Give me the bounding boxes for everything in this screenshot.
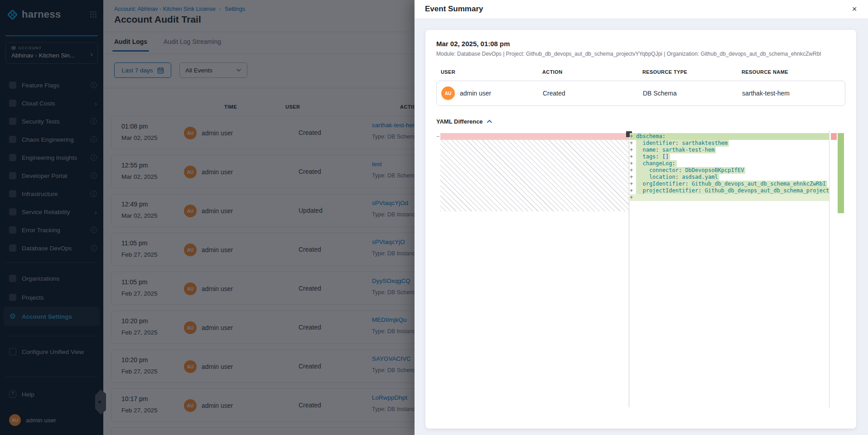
yaml-value: [] <box>659 153 669 160</box>
diff-added-gutter: + <box>630 181 636 187</box>
diff-line: + orgIdentifier: Github_db_devops_aut_db… <box>630 181 829 187</box>
diff-added-gutter: + <box>630 133 636 140</box>
diff-line: + tags: [] <box>630 153 829 160</box>
diff-pane-divider[interactable] <box>629 130 629 407</box>
yaml-colon: : <box>656 153 659 160</box>
yaml-difference-toggle[interactable]: YAML Difference <box>436 118 845 125</box>
yaml-colon: : <box>698 187 701 194</box>
diff-added-gutter: + <box>630 147 636 153</box>
yaml-key: tags <box>636 153 656 160</box>
yaml-value: Github_db_devops_aut_db_schema_projectvY… <box>702 187 829 194</box>
diff-line-text: orgIdentifier: Github_db_devops_aut_db_s… <box>636 181 827 187</box>
column-header-resource-name: RESOURCE NAME <box>737 69 845 75</box>
yaml-key: name <box>636 147 656 153</box>
event-timestamp: Mar 02, 2025, 01:08 pm <box>436 40 845 48</box>
diff-line: + identifier: sarthaktesthem <box>630 140 829 147</box>
diff-added-gutter: + <box>630 174 636 181</box>
yaml-key: orgIdentifier <box>636 181 685 187</box>
yaml-key: projectIdentifier <box>636 187 698 194</box>
yaml-diff-editor: − +dbschema:+ identifier: sarthaktesthem… <box>436 130 845 407</box>
overview-ruler-added-marker <box>838 133 844 213</box>
app: harness ACCOUNT Abhinav - Kitchen Sin...… <box>0 0 868 435</box>
event-action-cell: Created <box>538 90 638 97</box>
diff-added-lines: +dbschema:+ identifier: sarthaktesthem+ … <box>630 133 829 201</box>
drawer-header: Event Summary × <box>415 0 868 19</box>
diff-line: +dbschema: <box>630 133 829 140</box>
chevron-up-icon <box>487 120 492 124</box>
diff-added-gutter: + <box>630 160 636 167</box>
yaml-value: DbDevopsoBKpcpIfEV <box>682 167 744 173</box>
yaml-key: location <box>636 174 675 180</box>
yaml-colon: : <box>656 147 659 153</box>
diff-line: + connector: DbDevopsoBKpcpIfEV <box>630 167 829 174</box>
event-user-name: admin user <box>460 90 491 97</box>
diff-line-text: name: sarthak-test-hem <box>636 147 716 153</box>
yaml-key: connector <box>636 167 679 173</box>
yaml-difference-label: YAML Difference <box>436 118 483 125</box>
user-avatar: AU <box>441 86 455 100</box>
yaml-colon: : <box>675 174 679 180</box>
diff-line-text: connector: DbDevopsoBKpcpIfEV <box>636 167 745 174</box>
column-header-resource-type: RESOURCE TYPE <box>638 69 737 75</box>
yaml-key: changeLog <box>636 160 672 167</box>
yaml-colon: : <box>662 133 665 139</box>
event-summary-drawer: Event Summary × Mar 02, 2025, 01:08 pm M… <box>415 0 868 435</box>
yaml-value: asdsad.yaml <box>679 174 718 180</box>
diff-line: + changeLog: <box>630 160 829 167</box>
yaml-colon: : <box>675 140 679 146</box>
yaml-key: identifier <box>636 140 675 146</box>
diff-removed-line <box>440 133 629 140</box>
diff-added-gutter: + <box>630 153 636 160</box>
event-meta: Module: Database DevOps | Project: Githu… <box>436 51 845 57</box>
yaml-colon: : <box>672 160 675 167</box>
diff-line-text: tags: [] <box>636 153 670 160</box>
diff-line-text: changeLog: <box>636 160 677 167</box>
event-resource-type-cell: DB Schema <box>638 90 738 97</box>
diff-line-text: dbschema: <box>636 133 667 140</box>
event-resource-name-cell: sarthak-test-hem <box>738 90 845 97</box>
diff-added-gutter: + <box>630 187 636 194</box>
close-icon[interactable]: × <box>848 3 861 16</box>
diff-empty-region <box>440 140 629 211</box>
drawer-table-row: AU admin user Created DB Schema sarthak-… <box>436 81 845 106</box>
diff-line: + location: asdsad.yaml <box>630 174 829 181</box>
diff-line-text: identifier: sarthaktesthem <box>636 140 729 147</box>
yaml-colon: : <box>685 181 688 187</box>
diff-line: + <box>630 194 829 201</box>
column-header-action: ACTION <box>538 69 638 75</box>
drawer-table-header: USER ACTION RESOURCE TYPE RESOURCE NAME <box>436 69 845 75</box>
diff-added-gutter: + <box>630 167 636 174</box>
event-card: Mar 02, 2025, 01:08 pm Module: Database … <box>425 30 856 429</box>
column-header-user: USER <box>436 69 538 75</box>
yaml-value: Github_db_devops_aut_db_schema_ehnkcZwRb… <box>689 181 826 187</box>
diff-removed-gutter: − <box>436 133 440 140</box>
diff-line-text: location: asdsad.yaml <box>636 174 719 181</box>
diff-line-text: projectIdentifier: Github_db_devops_aut_… <box>636 187 829 194</box>
diff-right-edge <box>829 130 829 407</box>
yaml-key: dbschema <box>636 133 662 139</box>
drawer-title: Event Summary <box>425 5 483 14</box>
yaml-value: sarthaktesthem <box>679 140 728 146</box>
diff-line: + projectIdentifier: Github_db_devops_au… <box>630 187 829 194</box>
diff-added-gutter: + <box>630 140 636 147</box>
diff-line: + name: sarthak-test-hem <box>630 147 829 153</box>
yaml-value: sarthak-test-hem <box>659 147 715 153</box>
event-user-cell: AU admin user <box>437 86 538 100</box>
overview-ruler-removed-marker <box>831 133 837 140</box>
diff-added-gutter: + <box>630 194 636 201</box>
